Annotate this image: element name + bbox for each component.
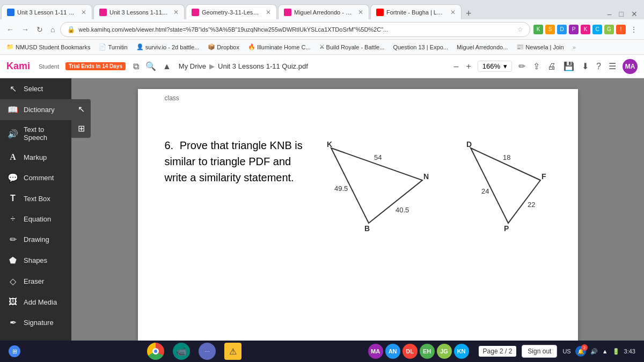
question-number: 6. (165, 139, 174, 151)
forward-button[interactable]: → (19, 24, 31, 35)
zoom-out-btn[interactable]: – (453, 61, 460, 72)
ext-7[interactable]: G (604, 25, 614, 34)
close-window-button[interactable]: ✕ (629, 9, 640, 19)
help-icon[interactable]: ? (595, 61, 602, 72)
sidebar-item-equation[interactable]: ÷ Equation (0, 209, 71, 229)
duplicate-icon[interactable]: ⧉ (132, 61, 140, 72)
video-icon[interactable]: 📹 (173, 343, 190, 360)
tab-4[interactable]: Miguel Arredondo - Lesson 10 F... ✕ (278, 4, 369, 19)
home-button[interactable]: ⌂ (48, 24, 57, 35)
svg-text:22: 22 (528, 201, 535, 209)
bookmark-nmusd[interactable]: 📁 NMUSD Student Bookmarks (4, 43, 92, 51)
tab-close-2[interactable]: ✕ (173, 9, 179, 16)
page-current: 2 (500, 348, 503, 355)
battery-icon: 🔋 (612, 348, 620, 355)
ext-3[interactable]: D (557, 25, 567, 34)
bookmark-newsela[interactable]: 📰 Newsela | Join (514, 43, 566, 51)
print-icon[interactable]: 🖨 (546, 61, 557, 72)
sidebar-item-signature[interactable]: ✒ Signature (0, 312, 71, 333)
tab-1[interactable]: Unit 3 Lesson 1-11 Quiz ✕ (1, 4, 92, 19)
maximize-button[interactable]: □ (617, 9, 626, 19)
zoom-level[interactable]: 166% ▾ (478, 61, 512, 72)
tab-close-5[interactable]: ✕ (450, 9, 456, 16)
menu-icon[interactable]: ☰ (608, 60, 617, 72)
address-bar[interactable]: 🔒 web.kamihq.com/web/viewer.html?state=%… (60, 22, 530, 37)
tab-bar: Unit 3 Lesson 1-11 Quiz ✕ Unit 3 Lessons… (0, 0, 644, 19)
minimize-button[interactable]: – (605, 9, 614, 19)
sidebar-item-drawing[interactable]: ✏ Drawing (0, 229, 71, 250)
drawing-icon: ✏ (8, 234, 18, 245)
back-button[interactable]: ← (4, 24, 16, 35)
sidebar: ↖ Select 📖 Dictionary ↖ ⊞ 🔊 Text to Spee… (0, 78, 71, 362)
equation-icon: ÷ (8, 214, 18, 224)
sidebar-item-text-to-speech[interactable]: 🔊 Text to Speech (0, 120, 71, 147)
star-icon[interactable]: ☆ (517, 26, 523, 33)
ext-2[interactable]: S (545, 25, 555, 34)
bookmark-build-royale[interactable]: ⚔ Build Royale - Battle... (317, 43, 387, 51)
time-display: 3:43 (624, 348, 635, 354)
task-icon[interactable]: ⚠ (224, 343, 241, 360)
sidebar-item-markup[interactable]: A Markup (0, 147, 71, 167)
extensions-button[interactable]: ⋮ (628, 24, 640, 35)
sidebar-item-add-media[interactable]: 🖼 Add Media (0, 292, 71, 312)
notification-bell[interactable]: 🔔 2 (575, 346, 586, 357)
new-tab-button[interactable]: + (462, 8, 476, 19)
lock-icon: 🔒 (67, 26, 75, 33)
volume-icon[interactable]: 🔊 (590, 348, 598, 355)
bookmark-illuminate[interactable]: 🔥 Illuminate Home C... (246, 43, 313, 51)
search-icon[interactable]: 🔍 (144, 60, 157, 72)
ext-6[interactable]: C (592, 25, 602, 34)
trial-badge[interactable]: Trial Ends In 14 Days (65, 62, 126, 70)
sidebar-item-comment[interactable]: 💬 Comment (0, 167, 71, 188)
bookmark-question13[interactable]: Question 13 | Expo... (391, 43, 450, 51)
windows-start-icon[interactable]: ⊞ (9, 345, 20, 357)
tab-close-3[interactable]: ✕ (266, 9, 271, 16)
network-icon: ▲ (602, 348, 608, 354)
submenu-cursor[interactable]: ↖ (71, 99, 91, 119)
annotation-icon[interactable]: ✏ (517, 60, 526, 72)
refresh-button[interactable]: ↻ (34, 24, 45, 35)
share-icon[interactable]: ⇪ (532, 60, 541, 72)
ext-8[interactable]: ! (616, 25, 626, 34)
page-total: 2 (509, 348, 513, 355)
bookmark-surviv[interactable]: 👤 surviv.io - 2d battle... (134, 43, 202, 51)
add-media-icon: 🖼 (8, 297, 18, 307)
bookmarks-more[interactable]: » (573, 44, 576, 50)
ext-4[interactable]: P (569, 25, 579, 34)
tab-favicon-3 (192, 9, 199, 16)
save-icon[interactable]: 💾 (562, 60, 575, 72)
ext-5[interactable]: K (581, 25, 590, 34)
submenu-grid[interactable]: ⊞ (71, 119, 91, 138)
download-icon[interactable]: ⬇ (581, 60, 590, 72)
sign-out-button[interactable]: Sign out (522, 345, 557, 358)
bookmark-miguel[interactable]: Miguel Arredondo... (455, 43, 510, 51)
status-area: US 🔔 2 🔊 ▲ 🔋 3:43 (562, 346, 635, 357)
zoom-in-btn[interactable]: + (465, 61, 472, 72)
sidebar-item-text-box[interactable]: T Text Box (0, 188, 71, 209)
bookmarks-bar: 📁 NMUSD Student Bookmarks 📄 Turnitin 👤 s… (0, 40, 644, 55)
breadcrumb-my-drive[interactable]: My Drive (179, 62, 206, 70)
ext-1[interactable]: K (533, 25, 543, 34)
tab-close-4[interactable]: ✕ (358, 9, 363, 16)
shapes-icon: ⬟ (8, 255, 18, 265)
user-avatar[interactable]: MA (623, 59, 638, 74)
tab-2[interactable]: Unit 3 Lessons 1-11 Quiz.pdf ✕ (93, 4, 185, 19)
bookmark-label-build-royale: Build Royale - Battle... (326, 44, 385, 50)
sidebar-item-dictionary[interactable]: 📖 Dictionary ↖ ⊞ (0, 99, 71, 120)
settings-icon[interactable]: ⋯ (199, 343, 216, 360)
tab-label-5: Fortnite - Bugha | Legends Neve... (386, 9, 445, 16)
tab-3[interactable]: Geometry-3-11-Lesson-cool-do... ✕ (186, 4, 277, 19)
tab-close-1[interactable]: ✕ (81, 9, 86, 16)
tab-favicon-4 (284, 9, 291, 16)
avatar-KN: KN (454, 344, 469, 359)
sidebar-item-select[interactable]: ↖ Select (0, 78, 71, 99)
bookmark-turnitin[interactable]: 📄 Turnitin (97, 43, 129, 51)
sidebar-item-shapes[interactable]: ⬟ Shapes (0, 250, 71, 271)
tab-label-4: Miguel Arredondo - Lesson 10 F... (294, 9, 353, 16)
tab-5[interactable]: Fortnite - Bugha | Legends Neve... ✕ (370, 4, 462, 19)
chrome-icon[interactable] (147, 343, 164, 360)
sidebar-item-eraser[interactable]: ◇ Eraser (0, 271, 71, 292)
bookmark-dropbox[interactable]: 📦 Dropbox (206, 43, 241, 51)
my-drive-icon[interactable]: ▲ (162, 61, 172, 72)
svg-text:D: D (466, 140, 472, 149)
